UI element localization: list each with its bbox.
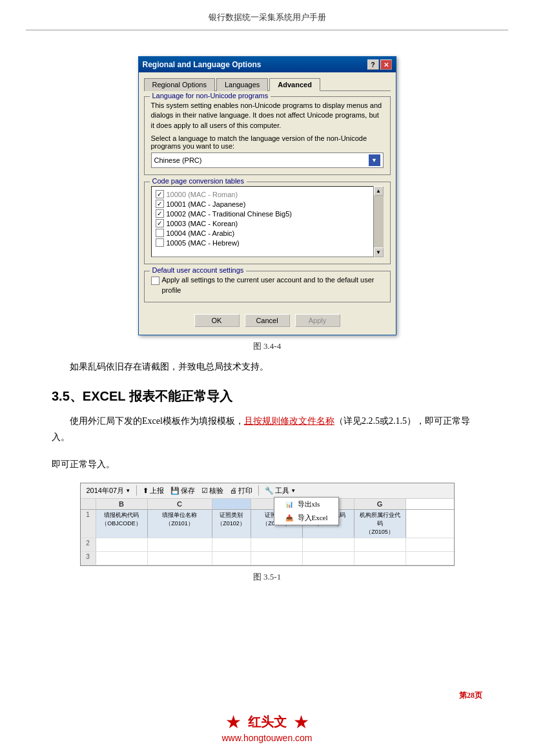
year-month-label: 2014年07月	[87, 486, 125, 496]
dialog-tabs: Regional Options Languages Advanced	[144, 78, 391, 91]
row-num-2: 2	[81, 538, 96, 551]
check-item-10003[interactable]: ✓ 10003 (MAC - Korean)	[154, 218, 371, 228]
help-button[interactable]: ?	[367, 59, 379, 70]
cancel-button[interactable]: Cancel	[245, 314, 290, 327]
settings-check-row: Apply all settings to the current user a…	[151, 275, 384, 295]
cell-C1: 填报单位名称（Z0101）	[148, 510, 212, 538]
check-label-10002: 10002 (MAC - Traditional Chinese Big5)	[167, 210, 292, 218]
apply-button[interactable]: Apply	[295, 314, 340, 327]
apply-settings-label: Apply all settings to the current user a…	[162, 275, 384, 295]
tab-advanced[interactable]: Advanced	[269, 78, 320, 91]
col-D	[212, 499, 251, 509]
import-excel-label: 导入Excel	[298, 513, 328, 523]
check-label-10003: 10003 (MAC - Korean)	[167, 220, 238, 227]
tools-arrow: ▼	[291, 488, 296, 494]
cell-B2	[96, 538, 148, 551]
separator1	[136, 485, 137, 496]
checklist-inner: ✓ 10000 (MAC - Roman) ✓ 10001 (MAC - Jap…	[154, 189, 371, 247]
excel-row-1: 1 填报机构代码（OBJCODE） 填报单位名称（Z0101） 证照类别（Z01…	[81, 510, 454, 538]
check-item-10004[interactable]: 10004 (MAC - Arabic)	[154, 228, 371, 238]
check-item-10002[interactable]: ✓ 10002 (MAC - Traditional Chinese Big5)	[154, 209, 371, 218]
excel-row-3: 3	[81, 552, 454, 565]
footer-watermark: ★ 红头文 ★ www.hongtouwen.com	[0, 711, 534, 743]
checklist-container: ✓ 10000 (MAC - Roman) ✓ 10001 (MAC - Jap…	[151, 186, 384, 257]
cell-D1: 证照类别（Z0102）	[212, 510, 251, 538]
export-xls-label: 导出xls	[298, 499, 320, 509]
checkbox-apply-settings[interactable]	[151, 277, 159, 285]
cell-B1: 填报机构代码（OBJCODE）	[96, 510, 148, 538]
ok-button[interactable]: OK	[194, 314, 240, 327]
figure-351-container: 2014年07月 ▼ ⬆ 上报 💾 保存 ☑ 核验	[52, 483, 482, 583]
upload-icon: ⬆	[143, 487, 149, 495]
toolbar-upload[interactable]: ⬆ 上报	[141, 485, 166, 496]
row-num-3: 3	[81, 552, 96, 565]
toolbar-year-month[interactable]: 2014年07月 ▼	[85, 485, 133, 496]
excel-toolbar: 2014年07月 ▼ ⬆ 上报 💾 保存 ☑ 核验	[81, 483, 454, 499]
tools-label: 工具	[275, 486, 289, 496]
scroll-track	[374, 196, 384, 247]
check-item-10000[interactable]: ✓ 10000 (MAC - Roman)	[154, 189, 371, 199]
print-label: 打印	[238, 486, 252, 496]
dialog-title: Regional and Language Options	[143, 60, 262, 69]
tools-popup-menu: 📊 导出xls 📥 导入Excel	[274, 497, 339, 525]
toolbar-verify[interactable]: ☑ 核验	[200, 485, 225, 496]
cell-B3	[96, 552, 148, 565]
toolbar-save[interactable]: 💾 保存	[169, 485, 197, 496]
check-item-10005[interactable]: 10005 (MAC - Hebrew)	[154, 238, 371, 247]
close-button[interactable]: ✕	[380, 59, 392, 70]
dropdown-arrow-icon: ▼	[369, 154, 380, 166]
check-item-10001[interactable]: ✓ 10001 (MAC - Japanese)	[154, 199, 371, 209]
group3-title: Default user account settings	[150, 266, 247, 274]
cell-C3	[148, 552, 212, 565]
print-icon: 🖨	[230, 487, 237, 494]
toolbar-print[interactable]: 🖨 打印	[228, 485, 254, 496]
star-right-icon: ★	[293, 711, 309, 733]
menu-import-excel[interactable]: 📥 导入Excel	[274, 511, 338, 525]
row-num-1: 1	[81, 510, 96, 538]
dialog-buttons: OK Cancel Apply	[144, 310, 391, 330]
page-num-text: 第28页	[459, 691, 482, 700]
tab-languages[interactable]: Languages	[216, 78, 268, 91]
checkbox-10003: ✓	[156, 219, 164, 227]
watermark-stars-row: ★ 红头文 ★	[225, 711, 309, 733]
group-default-settings: Default user account settings Apply all …	[144, 271, 391, 302]
section-35-para2: 即可正常导入。	[52, 456, 482, 472]
toolbar-tools[interactable]: 🔧 工具 ▼	[263, 485, 298, 496]
col-header-row: B C E F G	[81, 499, 454, 510]
check-label-10005: 10005 (MAC - Hebrew)	[167, 239, 240, 247]
export-icon: 📊	[285, 499, 294, 509]
section-35-red: 且按规则修改文件名称	[244, 416, 334, 426]
dialog-titlebar: Regional and Language Options ? ✕	[139, 57, 396, 72]
section-35-prefix: 使用外汇局下发的Excel模板作为填报模板，	[70, 416, 244, 426]
tools-icon: 🔧	[265, 487, 274, 495]
watermark-main-text: 红头文	[248, 713, 287, 731]
col-C: C	[148, 499, 212, 509]
cell-G1: 机构所属行业代码（Z0105）	[354, 510, 406, 538]
upload-label: 上报	[150, 486, 164, 496]
section-35-heading: 3.5、EXCEL 报表不能正常导入	[52, 388, 482, 405]
scrollbar[interactable]: ▲ ▼	[373, 186, 384, 257]
excel-app: 2014年07月 ▼ ⬆ 上报 💾 保存 ☑ 核验	[80, 483, 455, 566]
check-label-10000: 10000 (MAC - Roman)	[167, 191, 238, 198]
row-num-spacer	[81, 499, 96, 509]
col-B: B	[96, 499, 148, 509]
checkbox-10005	[156, 238, 164, 247]
checkbox-10002: ✓	[156, 209, 164, 218]
cell-F3	[303, 552, 354, 565]
cell-F2	[303, 538, 354, 551]
save-label: 保存	[181, 486, 195, 496]
page-header: 银行数据统一采集系统用户手册	[26, 0, 508, 30]
dialog-body: Regional Options Languages Advanced Lang…	[139, 72, 396, 335]
verify-icon: ☑	[201, 487, 208, 495]
checkbox-10000: ✓	[156, 190, 164, 198]
scroll-down-btn[interactable]: ▼	[374, 247, 384, 257]
language-dropdown[interactable]: Chinese (PRC) ▼	[151, 152, 384, 168]
cell-E2	[251, 538, 303, 551]
group2-title: Code page conversion tables	[150, 177, 247, 185]
tab-regional-options[interactable]: Regional Options	[144, 78, 215, 91]
save-icon: 💾	[170, 487, 180, 495]
scroll-up-btn[interactable]: ▲	[374, 186, 384, 196]
menu-export-xls[interactable]: 📊 导出xls	[274, 498, 338, 511]
group-codepage: Code page conversion tables ✓ 10000 (MAC…	[144, 182, 391, 264]
excel-row-2: 2	[81, 538, 454, 552]
